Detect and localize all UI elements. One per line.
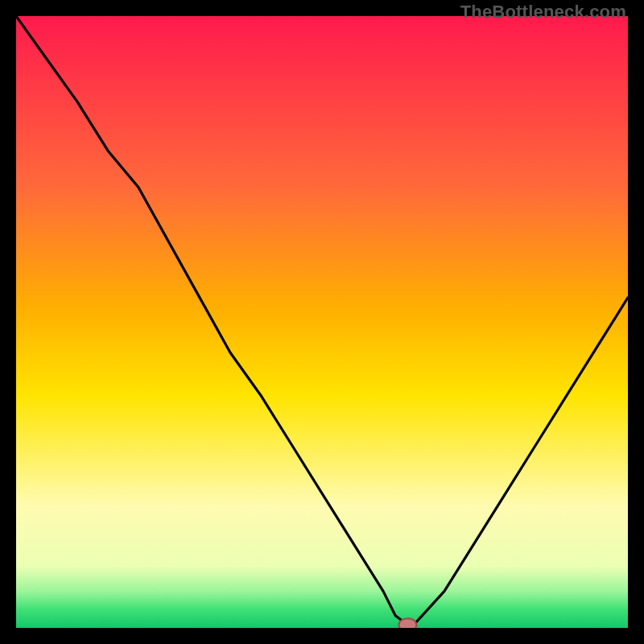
optimal-point-marker <box>398 618 416 628</box>
bottleneck-chart <box>16 16 628 628</box>
chart-gradient-background <box>16 16 628 628</box>
chart-container: TheBottleneck.com <box>0 0 644 644</box>
watermark-text: TheBottleneck.com <box>460 2 626 23</box>
